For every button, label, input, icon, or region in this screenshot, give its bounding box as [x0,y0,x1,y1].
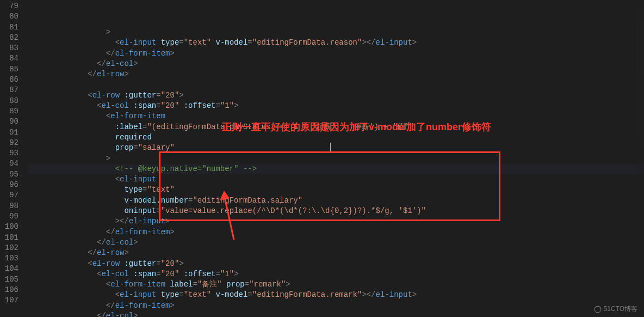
token: el-row [97,70,124,78]
token: < [106,280,110,289]
token: el-form-item [115,49,170,58]
line-number: 84 [0,53,18,64]
code-line[interactable]: prop="salary" [28,143,644,153]
code-line[interactable]: </el-form-item> [28,227,644,237]
token: </ [106,49,115,58]
token: </ [97,312,106,317]
token: = [156,206,160,215]
token: "备注" [197,280,222,289]
code-line[interactable]: </el-row> [28,69,644,80]
code-line[interactable]: </el-form-item> [28,48,644,59]
code-line[interactable]: <!-- @keyup.native="number" --> [28,164,644,174]
token: > [165,217,170,225]
line-number: 105 [0,275,18,285]
code-line[interactable]: <el-row :gutter="20"> [28,259,644,269]
token: > [133,59,138,68]
token: > [179,91,183,100]
code-line[interactable]: </el-row> [28,248,644,258]
code-line[interactable]: <el-col :span="20" :offset="1"> [28,101,644,111]
token: required [115,133,152,142]
line-number: 86 [0,75,18,85]
token: <!-- @keyup.native="number" --> [115,164,257,173]
token: el-input [120,290,156,299]
token [179,101,183,110]
line-number: 79 [0,1,18,11]
line-number: 103 [0,253,18,264]
token: el-input [376,38,412,47]
code-line[interactable]: </el-form-item> [28,301,644,311]
token: el-input [120,38,156,47]
line-number: 100 [0,222,18,232]
token: </ [106,301,115,310]
line-number: 80 [0,11,18,22]
token: "text" [147,185,174,194]
token: el-input [129,217,165,225]
token: type [161,38,179,47]
code-line[interactable]: required [28,132,644,143]
code-line[interactable]: </el-col> [28,59,644,69]
line-number: 94 [0,158,18,169]
token: "(editingFormData.payStatus === 1 ? '起薪'… [147,123,413,131]
token: < [115,290,120,299]
token: el-row [92,91,120,100]
token: el-form-item [115,228,170,236]
code-line[interactable]: oninput="value=value.replace(/^\D*(\d*(?… [28,206,644,216]
token: :span [133,270,156,278]
code-line[interactable]: <el-row :gutter="20"> [28,90,644,101]
token: < [115,175,120,184]
line-number: 97 [0,190,18,200]
code-area[interactable]: > <el-input type="text" v-model="editing… [28,0,644,317]
line-number: 85 [0,64,18,75]
line-number: 92 [0,138,18,148]
code-line[interactable]: ></el-input> [28,216,644,227]
token: = [156,101,160,110]
code-line[interactable]: type="text" [28,185,644,195]
code-line[interactable]: <el-col :span="20" :offset="1"> [28,269,644,279]
token: "20" [161,259,179,268]
code-line[interactable]: <el-input type="text" v-model="editingFo… [28,38,644,48]
token: = [247,38,252,47]
token: "salary" [138,143,175,152]
watermark: 51CTO博客 [594,304,637,314]
token: </ [97,59,106,68]
token: > [234,101,238,110]
token: > [106,28,110,36]
token: = [156,259,160,268]
token: = [133,143,138,152]
code-line[interactable]: :label="(editingFormData.payStatus === 1… [28,122,644,132]
token: > [170,49,174,58]
token: el-col [106,312,133,317]
line-number: 87 [0,85,18,95]
token: el-row [97,248,124,257]
token: :offset [184,270,216,278]
token: el-input [120,175,156,184]
code-line[interactable]: <el-input [28,174,644,185]
minimap[interactable] [636,0,644,317]
token: label [170,280,193,289]
token: = [179,290,183,299]
token [156,38,160,47]
code-line[interactable]: <el-input type="text" v-model="editingFo… [28,290,644,300]
text-cursor [330,143,331,152]
code-line[interactable]: <el-form-item label="备注" prop="remark"> [28,279,644,290]
line-number: 101 [0,233,18,243]
token: </ [106,228,115,236]
code-line[interactable] [28,80,644,90]
token: = [193,280,197,289]
code-line[interactable]: <el-form-item [28,111,644,121]
code-editor[interactable]: 7980818283848586878889909192939495969798… [0,0,644,317]
token: :gutter [124,259,156,268]
code-line[interactable]: > [28,27,644,38]
code-line[interactable]: v-model.number="editingFormData.salary" [28,196,644,206]
token [222,280,226,289]
line-number: 96 [0,180,18,190]
token: "text" [184,38,211,47]
code-line[interactable]: </el-col> [28,311,644,317]
code-line[interactable]: > [28,154,644,164]
code-line[interactable]: </el-col> [28,237,644,248]
token: "20" [161,91,179,100]
token: = [179,38,183,47]
line-number: 88 [0,96,18,106]
token: :label [115,123,143,131]
token: :span [133,101,156,110]
